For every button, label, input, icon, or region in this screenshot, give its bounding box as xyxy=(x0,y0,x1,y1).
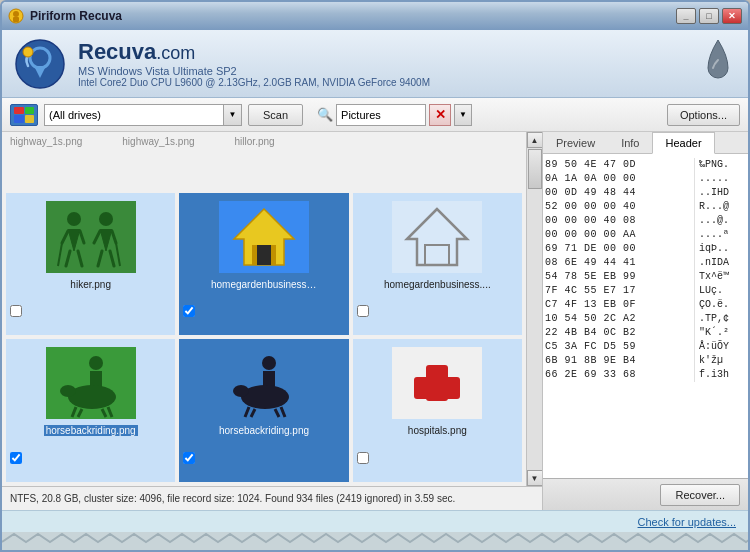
hex-row: C5 3A FC D5 59Å:üÕY xyxy=(545,340,746,354)
file-checkbox[interactable] xyxy=(357,452,369,464)
file-checkbox[interactable] xyxy=(10,305,22,317)
svg-point-5 xyxy=(23,47,33,57)
list-item[interactable]: homegardenbusiness.... xyxy=(353,193,522,336)
file-grid: highway_1s.png highway_1s.png hillor.png xyxy=(2,132,526,486)
hex-row: 0A 1A 0A 00 00..... xyxy=(545,172,746,186)
hex-row: 22 4B B4 0C B2"K´.² xyxy=(545,326,746,340)
title-bar-text: Piriform Recuva xyxy=(30,9,676,23)
hex-row: 00 00 00 00 AA....ª xyxy=(545,228,746,242)
zigzag-svg xyxy=(2,532,748,550)
svg-point-19 xyxy=(89,356,103,370)
filter-input[interactable] xyxy=(336,104,426,126)
svg-rect-14 xyxy=(257,245,271,265)
drive-selector[interactable]: (All drives) ▼ xyxy=(44,104,242,126)
tab-bar: Preview Info Header xyxy=(543,132,748,154)
hex-row: 52 00 00 00 40R...@ xyxy=(545,200,746,214)
svg-point-27 xyxy=(262,356,276,370)
list-item[interactable]: horsebackriding.png xyxy=(6,339,175,482)
svg-point-25 xyxy=(60,385,76,397)
recover-button[interactable]: Recover... xyxy=(660,484,740,506)
scroll-thumb[interactable] xyxy=(528,149,542,189)
file-thumbnail xyxy=(387,197,487,277)
check-updates-link[interactable]: Check for updates... xyxy=(638,516,736,528)
close-button[interactable]: ✕ xyxy=(722,8,742,24)
title-bar: Piriform Recuva _ □ ✕ xyxy=(2,2,748,30)
list-item[interactable]: hospitals.png xyxy=(353,339,522,482)
hex-row: 08 6E 49 44 41.nIDA xyxy=(545,256,746,270)
svg-point-8 xyxy=(99,212,113,226)
hex-row: C7 4F 13 EB 0FÇO.ë. xyxy=(545,298,746,312)
drive-dropdown-arrow[interactable]: ▼ xyxy=(224,104,242,126)
bottom-decoration xyxy=(2,532,748,550)
droplet-icon xyxy=(700,38,736,90)
scroll-down-arrow[interactable]: ▼ xyxy=(527,470,543,486)
list-item[interactable]: horsebackriding.png xyxy=(179,339,348,482)
file-thumbnail xyxy=(214,197,314,277)
list-item[interactable]: hiker.png xyxy=(6,193,175,336)
file-name: homegardenbusiness.... xyxy=(384,279,491,290)
hex-row: 00 00 00 40 08...@. xyxy=(545,214,746,228)
options-button[interactable]: Options... xyxy=(667,104,740,126)
main-window: Piriform Recuva _ □ ✕ Recuva.com MS Wind… xyxy=(0,0,750,552)
drive-select-box[interactable]: (All drives) xyxy=(44,104,224,126)
maximize-button[interactable]: □ xyxy=(699,8,719,24)
right-panel: Preview Info Header 89 50 4E 47 0D‰PNG. … xyxy=(543,132,748,510)
svg-point-7 xyxy=(67,212,81,226)
filter-clear-button[interactable]: ✕ xyxy=(429,104,451,126)
hex-row: 54 78 5E EB 99Tx^ë™ xyxy=(545,270,746,284)
scan-button[interactable]: Scan xyxy=(248,104,303,126)
file-checkbox[interactable] xyxy=(10,452,22,464)
file-thumbnail xyxy=(41,343,141,423)
main-area: highway_1s.png highway_1s.png hillor.png xyxy=(2,132,748,510)
filter-dropdown-arrow[interactable]: ▼ xyxy=(454,104,472,126)
file-name: horsebackriding.png xyxy=(217,425,311,436)
app-subtitle-line2: Intel Core2 Duo CPU L9600 @ 2.13GHz, 2.0… xyxy=(78,77,700,88)
scroll-track: ▲ ▼ xyxy=(526,132,542,486)
file-thumbnail xyxy=(387,343,487,423)
hex-row: 6B 91 8B 9E B4k'žµ xyxy=(545,354,746,368)
file-scroll-area: highway_1s.png highway_1s.png hillor.png xyxy=(2,132,542,486)
file-thumbnail xyxy=(214,343,314,423)
update-footer: Check for updates... xyxy=(2,510,748,532)
recuva-icon xyxy=(14,38,66,90)
hex-row: 89 50 4E 47 0D‰PNG. xyxy=(545,158,746,172)
list-item[interactable]: homegardenbusiness.... xyxy=(179,193,348,336)
minimize-button[interactable]: _ xyxy=(676,8,696,24)
svg-rect-2 xyxy=(13,17,19,22)
file-name: hospitals.png xyxy=(408,425,467,436)
file-pane: highway_1s.png highway_1s.png hillor.png xyxy=(2,132,543,510)
file-checkbox[interactable] xyxy=(183,452,195,464)
tab-header[interactable]: Header xyxy=(652,132,714,154)
hex-row: 7F 4C 55 E7 17LUç. xyxy=(545,284,746,298)
tab-info[interactable]: Info xyxy=(608,132,652,153)
file-checkbox[interactable] xyxy=(183,305,195,317)
filter-section: 🔍 ✕ ▼ xyxy=(317,104,472,126)
svg-point-33 xyxy=(233,385,249,397)
hex-area: 89 50 4E 47 0D‰PNG. 0A 1A 0A 00 00..... … xyxy=(543,154,748,478)
app-subtitle-line1: MS Windows Vista Ultimate SP2 xyxy=(78,65,700,77)
app-header: Recuva.com MS Windows Vista Ultimate SP2… xyxy=(2,30,748,98)
filter-icon: 🔍 xyxy=(317,107,333,122)
scroll-up-arrow[interactable]: ▲ xyxy=(527,132,543,148)
start-button[interactable] xyxy=(10,104,38,126)
toolbar: (All drives) ▼ Scan 🔍 ✕ ▼ Options... xyxy=(2,98,748,132)
svg-point-1 xyxy=(13,11,19,17)
file-checkbox[interactable] xyxy=(357,305,369,317)
file-name: homegardenbusiness.... xyxy=(209,279,319,290)
app-header-info: Recuva.com MS Windows Vista Ultimate SP2… xyxy=(78,39,700,88)
app-icon xyxy=(8,8,24,24)
hex-row: 66 2E 69 33 68f.i3h xyxy=(545,368,746,382)
file-name: horsebackriding.png xyxy=(44,425,138,436)
hex-row: 10 54 50 2C A2.TP,¢ xyxy=(545,312,746,326)
tab-preview[interactable]: Preview xyxy=(543,132,608,153)
right-panel-bottom: Recover... xyxy=(543,478,748,510)
scroll-header-hint: highway_1s.png highway_1s.png hillor.png xyxy=(6,136,522,189)
status-text: NTFS, 20.8 GB, cluster size: 4096, file … xyxy=(10,493,455,504)
svg-rect-36 xyxy=(414,377,460,399)
app-title: Recuva.com xyxy=(78,39,700,65)
status-bar: NTFS, 20.8 GB, cluster size: 4096, file … xyxy=(2,486,542,510)
window-controls: _ □ ✕ xyxy=(676,8,742,24)
file-thumbnail xyxy=(41,197,141,277)
hex-row: 00 0D 49 48 44..IHD xyxy=(545,186,746,200)
file-name: hiker.png xyxy=(70,279,111,290)
